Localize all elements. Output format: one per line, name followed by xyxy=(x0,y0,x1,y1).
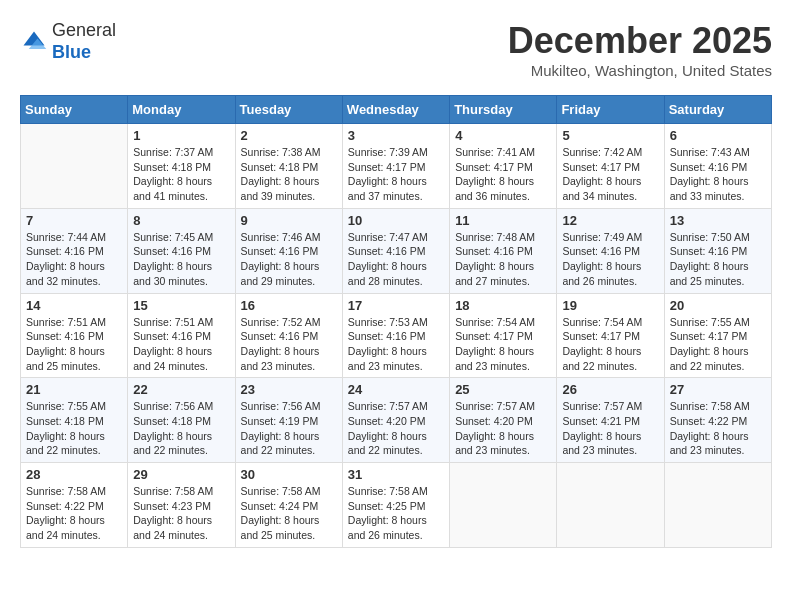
day-number: 7 xyxy=(26,213,122,228)
page-header: General Blue December 2025 Mukilteo, Was… xyxy=(20,20,772,79)
day-info: Sunrise: 7:52 AMSunset: 4:16 PMDaylight:… xyxy=(241,315,337,374)
day-number: 5 xyxy=(562,128,658,143)
logo: General Blue xyxy=(20,20,116,63)
day-info: Sunrise: 7:55 AMSunset: 4:18 PMDaylight:… xyxy=(26,399,122,458)
day-info: Sunrise: 7:39 AMSunset: 4:17 PMDaylight:… xyxy=(348,145,444,204)
calendar-cell: 19Sunrise: 7:54 AMSunset: 4:17 PMDayligh… xyxy=(557,293,664,378)
calendar-cell xyxy=(664,463,771,548)
calendar-cell: 2Sunrise: 7:38 AMSunset: 4:18 PMDaylight… xyxy=(235,124,342,209)
calendar-cell: 7Sunrise: 7:44 AMSunset: 4:16 PMDaylight… xyxy=(21,208,128,293)
day-number: 4 xyxy=(455,128,551,143)
day-info: Sunrise: 7:58 AMSunset: 4:24 PMDaylight:… xyxy=(241,484,337,543)
day-info: Sunrise: 7:57 AMSunset: 4:21 PMDaylight:… xyxy=(562,399,658,458)
day-number: 27 xyxy=(670,382,766,397)
day-number: 16 xyxy=(241,298,337,313)
calendar-cell: 9Sunrise: 7:46 AMSunset: 4:16 PMDaylight… xyxy=(235,208,342,293)
logo-blue-text: Blue xyxy=(52,42,116,64)
day-number: 13 xyxy=(670,213,766,228)
title-block: December 2025 Mukilteo, Washington, Unit… xyxy=(508,20,772,79)
logo-general-text: General xyxy=(52,20,116,42)
day-info: Sunrise: 7:53 AMSunset: 4:16 PMDaylight:… xyxy=(348,315,444,374)
day-info: Sunrise: 7:50 AMSunset: 4:16 PMDaylight:… xyxy=(670,230,766,289)
calendar-week-row: 14Sunrise: 7:51 AMSunset: 4:16 PMDayligh… xyxy=(21,293,772,378)
day-number: 10 xyxy=(348,213,444,228)
calendar-cell: 13Sunrise: 7:50 AMSunset: 4:16 PMDayligh… xyxy=(664,208,771,293)
calendar-cell: 1Sunrise: 7:37 AMSunset: 4:18 PMDaylight… xyxy=(128,124,235,209)
calendar-week-row: 21Sunrise: 7:55 AMSunset: 4:18 PMDayligh… xyxy=(21,378,772,463)
calendar-cell: 22Sunrise: 7:56 AMSunset: 4:18 PMDayligh… xyxy=(128,378,235,463)
day-number: 29 xyxy=(133,467,229,482)
calendar-cell: 15Sunrise: 7:51 AMSunset: 4:16 PMDayligh… xyxy=(128,293,235,378)
calendar-cell: 11Sunrise: 7:48 AMSunset: 4:16 PMDayligh… xyxy=(450,208,557,293)
calendar-cell: 31Sunrise: 7:58 AMSunset: 4:25 PMDayligh… xyxy=(342,463,449,548)
day-number: 12 xyxy=(562,213,658,228)
logo-icon xyxy=(20,28,48,56)
day-info: Sunrise: 7:37 AMSunset: 4:18 PMDaylight:… xyxy=(133,145,229,204)
calendar-cell: 12Sunrise: 7:49 AMSunset: 4:16 PMDayligh… xyxy=(557,208,664,293)
day-number: 2 xyxy=(241,128,337,143)
day-number: 26 xyxy=(562,382,658,397)
day-number: 31 xyxy=(348,467,444,482)
calendar-cell: 20Sunrise: 7:55 AMSunset: 4:17 PMDayligh… xyxy=(664,293,771,378)
day-number: 18 xyxy=(455,298,551,313)
day-number: 11 xyxy=(455,213,551,228)
day-number: 15 xyxy=(133,298,229,313)
calendar-cell: 14Sunrise: 7:51 AMSunset: 4:16 PMDayligh… xyxy=(21,293,128,378)
weekday-header-friday: Friday xyxy=(557,96,664,124)
calendar-cell: 10Sunrise: 7:47 AMSunset: 4:16 PMDayligh… xyxy=(342,208,449,293)
day-info: Sunrise: 7:49 AMSunset: 4:16 PMDaylight:… xyxy=(562,230,658,289)
calendar-cell: 30Sunrise: 7:58 AMSunset: 4:24 PMDayligh… xyxy=(235,463,342,548)
day-info: Sunrise: 7:48 AMSunset: 4:16 PMDaylight:… xyxy=(455,230,551,289)
calendar-table: SundayMondayTuesdayWednesdayThursdayFrid… xyxy=(20,95,772,548)
day-info: Sunrise: 7:56 AMSunset: 4:19 PMDaylight:… xyxy=(241,399,337,458)
day-number: 28 xyxy=(26,467,122,482)
day-number: 30 xyxy=(241,467,337,482)
day-info: Sunrise: 7:58 AMSunset: 4:25 PMDaylight:… xyxy=(348,484,444,543)
calendar-cell: 25Sunrise: 7:57 AMSunset: 4:20 PMDayligh… xyxy=(450,378,557,463)
day-number: 19 xyxy=(562,298,658,313)
calendar-cell: 27Sunrise: 7:58 AMSunset: 4:22 PMDayligh… xyxy=(664,378,771,463)
calendar-cell xyxy=(21,124,128,209)
calendar-cell: 6Sunrise: 7:43 AMSunset: 4:16 PMDaylight… xyxy=(664,124,771,209)
day-info: Sunrise: 7:41 AMSunset: 4:17 PMDaylight:… xyxy=(455,145,551,204)
day-number: 25 xyxy=(455,382,551,397)
weekday-header-saturday: Saturday xyxy=(664,96,771,124)
day-number: 14 xyxy=(26,298,122,313)
month-title: December 2025 xyxy=(508,20,772,62)
day-number: 23 xyxy=(241,382,337,397)
calendar-cell: 21Sunrise: 7:55 AMSunset: 4:18 PMDayligh… xyxy=(21,378,128,463)
calendar-cell: 26Sunrise: 7:57 AMSunset: 4:21 PMDayligh… xyxy=(557,378,664,463)
calendar-week-row: 1Sunrise: 7:37 AMSunset: 4:18 PMDaylight… xyxy=(21,124,772,209)
day-number: 24 xyxy=(348,382,444,397)
day-info: Sunrise: 7:55 AMSunset: 4:17 PMDaylight:… xyxy=(670,315,766,374)
calendar-week-row: 28Sunrise: 7:58 AMSunset: 4:22 PMDayligh… xyxy=(21,463,772,548)
day-info: Sunrise: 7:45 AMSunset: 4:16 PMDaylight:… xyxy=(133,230,229,289)
day-number: 1 xyxy=(133,128,229,143)
calendar-cell: 4Sunrise: 7:41 AMSunset: 4:17 PMDaylight… xyxy=(450,124,557,209)
calendar-cell: 18Sunrise: 7:54 AMSunset: 4:17 PMDayligh… xyxy=(450,293,557,378)
weekday-header-wednesday: Wednesday xyxy=(342,96,449,124)
day-info: Sunrise: 7:44 AMSunset: 4:16 PMDaylight:… xyxy=(26,230,122,289)
day-number: 17 xyxy=(348,298,444,313)
day-info: Sunrise: 7:46 AMSunset: 4:16 PMDaylight:… xyxy=(241,230,337,289)
day-info: Sunrise: 7:58 AMSunset: 4:23 PMDaylight:… xyxy=(133,484,229,543)
day-number: 6 xyxy=(670,128,766,143)
calendar-cell xyxy=(450,463,557,548)
day-number: 3 xyxy=(348,128,444,143)
day-info: Sunrise: 7:42 AMSunset: 4:17 PMDaylight:… xyxy=(562,145,658,204)
calendar-cell: 23Sunrise: 7:56 AMSunset: 4:19 PMDayligh… xyxy=(235,378,342,463)
day-info: Sunrise: 7:56 AMSunset: 4:18 PMDaylight:… xyxy=(133,399,229,458)
weekday-header-tuesday: Tuesday xyxy=(235,96,342,124)
day-info: Sunrise: 7:51 AMSunset: 4:16 PMDaylight:… xyxy=(133,315,229,374)
calendar-cell: 5Sunrise: 7:42 AMSunset: 4:17 PMDaylight… xyxy=(557,124,664,209)
calendar-cell: 28Sunrise: 7:58 AMSunset: 4:22 PMDayligh… xyxy=(21,463,128,548)
day-info: Sunrise: 7:51 AMSunset: 4:16 PMDaylight:… xyxy=(26,315,122,374)
day-info: Sunrise: 7:57 AMSunset: 4:20 PMDaylight:… xyxy=(455,399,551,458)
calendar-cell: 3Sunrise: 7:39 AMSunset: 4:17 PMDaylight… xyxy=(342,124,449,209)
day-info: Sunrise: 7:57 AMSunset: 4:20 PMDaylight:… xyxy=(348,399,444,458)
calendar-cell: 8Sunrise: 7:45 AMSunset: 4:16 PMDaylight… xyxy=(128,208,235,293)
calendar-cell xyxy=(557,463,664,548)
day-info: Sunrise: 7:54 AMSunset: 4:17 PMDaylight:… xyxy=(562,315,658,374)
weekday-header-row: SundayMondayTuesdayWednesdayThursdayFrid… xyxy=(21,96,772,124)
day-number: 22 xyxy=(133,382,229,397)
